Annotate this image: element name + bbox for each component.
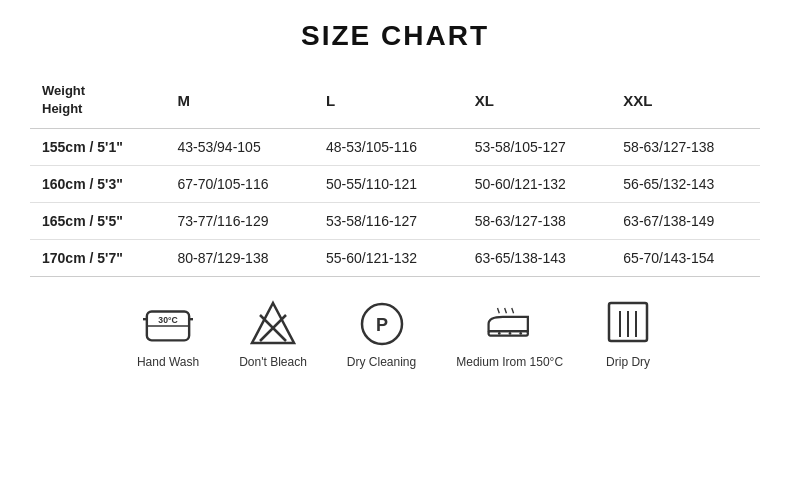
drip-dry-icon (603, 299, 653, 349)
care-item-no-bleach: Don't Bleach (239, 299, 307, 369)
cell-m: 43-53/94-105 (165, 129, 314, 166)
care-item-hand-wash: 30°C Hand Wash (137, 299, 199, 369)
cell-xxl: 65-70/143-154 (611, 240, 760, 277)
no-bleach-label: Don't Bleach (239, 355, 307, 369)
care-item-drip-dry: Drip Dry (603, 299, 653, 369)
cell-m: 67-70/105-116 (165, 166, 314, 203)
care-item-medium-iron: Medium Irom 150°C (456, 299, 563, 369)
no-bleach-icon (248, 299, 298, 349)
svg-line-16 (511, 308, 513, 313)
svg-marker-5 (252, 303, 294, 343)
svg-text:P: P (376, 315, 388, 335)
weight-label: Weight (42, 83, 85, 98)
size-chart-table: Weight Height M L XL XXL 155cm / 5'1" 43… (30, 72, 760, 277)
page-title: SIZE CHART (301, 20, 489, 52)
cell-size: 165cm / 5'5" (30, 203, 165, 240)
height-label: Height (42, 101, 82, 116)
header-xxl: XXL (611, 72, 760, 129)
table-row: 160cm / 5'3" 67-70/105-116 50-55/110-121… (30, 166, 760, 203)
table-row: 170cm / 5'7" 80-87/129-138 55-60/121-132… (30, 240, 760, 277)
table-row: 155cm / 5'1" 43-53/94-105 48-53/105-116 … (30, 129, 760, 166)
cell-l: 53-58/116-127 (314, 203, 463, 240)
header-xl: XL (463, 72, 612, 129)
svg-line-15 (504, 308, 506, 313)
hand-wash-icon: 30°C (143, 299, 193, 349)
svg-point-13 (519, 332, 522, 335)
svg-text:30°C: 30°C (158, 315, 177, 325)
cell-xl: 63-65/138-143 (463, 240, 612, 277)
table-row: 165cm / 5'5" 73-77/116-129 53-58/116-127… (30, 203, 760, 240)
cell-m: 80-87/129-138 (165, 240, 314, 277)
cell-xxl: 56-65/132-143 (611, 166, 760, 203)
cell-xl: 53-58/105-127 (463, 129, 612, 166)
cell-l: 50-55/110-121 (314, 166, 463, 203)
svg-point-11 (498, 332, 501, 335)
header-weight-height: Weight Height (30, 72, 165, 129)
cell-xl: 50-60/121-132 (463, 166, 612, 203)
hand-wash-label: Hand Wash (137, 355, 199, 369)
drip-dry-label: Drip Dry (606, 355, 650, 369)
cell-l: 48-53/105-116 (314, 129, 463, 166)
cell-size: 170cm / 5'7" (30, 240, 165, 277)
dry-cleaning-label: Dry Cleaning (347, 355, 416, 369)
cell-xxl: 63-67/138-149 (611, 203, 760, 240)
iron-icon (485, 299, 535, 349)
cell-l: 55-60/121-132 (314, 240, 463, 277)
cell-m: 73-77/116-129 (165, 203, 314, 240)
svg-point-12 (508, 332, 511, 335)
care-item-dry-cleaning: P Dry Cleaning (347, 299, 416, 369)
cell-size: 155cm / 5'1" (30, 129, 165, 166)
care-instructions: 30°C Hand Wash Don't Bleach (137, 299, 653, 369)
dry-cleaning-icon: P (357, 299, 407, 349)
svg-line-14 (497, 308, 499, 313)
header-l: L (314, 72, 463, 129)
cell-size: 160cm / 5'3" (30, 166, 165, 203)
medium-iron-label: Medium Irom 150°C (456, 355, 563, 369)
header-m: M (165, 72, 314, 129)
cell-xl: 58-63/127-138 (463, 203, 612, 240)
cell-xxl: 58-63/127-138 (611, 129, 760, 166)
